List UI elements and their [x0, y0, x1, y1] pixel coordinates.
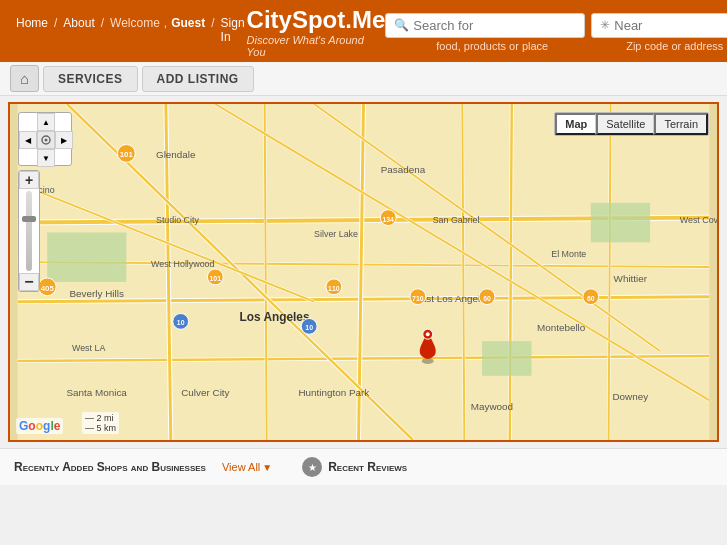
nav-sep2: /: [101, 16, 104, 44]
search-hint-zip: Zip code or address: [597, 40, 727, 52]
nav-home-link[interactable]: Home: [16, 16, 48, 44]
bottom-bar: Recently Added Shops and Businesses View…: [0, 448, 727, 485]
map-container: Los Angeles Glendale Pasadena Beverly Hi…: [8, 102, 719, 442]
google-brand: Google: [16, 418, 63, 434]
header-main: CitySpot.Me Discover What's Around You 🔍…: [247, 6, 727, 58]
svg-text:710: 710: [412, 295, 424, 302]
pan-center-button[interactable]: [37, 131, 55, 149]
svg-text:Culver City: Culver City: [181, 387, 229, 398]
pan-left-button[interactable]: ◀: [19, 131, 37, 149]
map-type-buttons: Map Satellite Terrain: [554, 112, 709, 136]
nav-sep1: /: [54, 16, 57, 44]
view-all-link[interactable]: View All ▼: [222, 461, 272, 473]
search-icon: 🔍: [394, 18, 409, 32]
svg-text:West LA: West LA: [72, 343, 105, 353]
svg-text:Santa Monica: Santa Monica: [66, 387, 127, 398]
svg-point-74: [426, 332, 430, 336]
nav-guest-link[interactable]: Guest: [171, 16, 205, 44]
svg-point-76: [45, 139, 48, 142]
svg-text:Downey: Downey: [612, 391, 648, 402]
svg-text:Los Angeles: Los Angeles: [240, 310, 310, 324]
svg-text:Beverly Hills: Beverly Hills: [70, 288, 124, 299]
zoom-slider-track: [26, 191, 32, 271]
svg-rect-31: [482, 341, 531, 376]
search-container: 🔍 ✳ SEARCH food, products or place Zip c…: [385, 12, 727, 52]
site-title: CitySpot.Me: [247, 6, 386, 34]
map-image: Los Angeles Glendale Pasadena Beverly Hi…: [10, 104, 717, 440]
add-listing-nav-button[interactable]: ADD LISTING: [142, 66, 254, 92]
svg-text:Whittier: Whittier: [614, 273, 648, 284]
svg-text:Huntington Park: Huntington Park: [298, 387, 369, 398]
search-input[interactable]: [413, 18, 563, 33]
svg-text:110: 110: [328, 285, 340, 292]
map-pan-controls: ▲ ◀ ▶ ▼ + −: [18, 112, 72, 292]
view-all-arrow-icon: ▼: [262, 462, 272, 473]
home-icon: ⌂: [20, 70, 29, 87]
map-type-satellite-button[interactable]: Satellite: [596, 113, 654, 135]
near-input[interactable]: [614, 18, 724, 33]
svg-text:West Covina: West Covina: [680, 215, 717, 225]
svg-rect-30: [591, 203, 650, 243]
home-nav-button[interactable]: ⌂: [10, 65, 39, 92]
svg-text:San Gabriel: San Gabriel: [433, 215, 480, 225]
map-type-terrain-button[interactable]: Terrain: [654, 113, 708, 135]
nav-sep4: /: [211, 16, 214, 44]
navbar: ⌂ SERVICES ADD LISTING: [0, 62, 727, 96]
recently-added-title: Recently Added Shops and Businesses: [14, 460, 206, 474]
svg-text:Glendale: Glendale: [156, 149, 196, 160]
nav-welcome: Welcome: [110, 16, 160, 44]
nav-sep3: ,: [164, 16, 167, 44]
view-all-label: View All: [222, 461, 260, 473]
nav-about-link[interactable]: About: [63, 16, 94, 44]
svg-text:Studio City: Studio City: [156, 215, 199, 225]
map-scale: — 2 mi — 5 km: [82, 412, 119, 434]
near-icon: ✳: [600, 18, 610, 32]
svg-text:Pasadena: Pasadena: [381, 164, 426, 175]
zoom-in-button[interactable]: +: [19, 171, 39, 189]
top-nav: Home / About / Welcome , Guest / Sign In: [14, 16, 247, 48]
recent-reviews-title: Recent Reviews: [328, 460, 407, 474]
search-row: 🔍 ✳ SEARCH: [385, 12, 727, 38]
svg-text:101: 101: [120, 150, 134, 159]
zoom-slider-handle[interactable]: [22, 216, 36, 222]
nav-signin-link[interactable]: Sign In: [221, 16, 245, 44]
map-type-map-button[interactable]: Map: [555, 113, 596, 135]
near-box-wrapper: ✳: [591, 13, 727, 38]
svg-text:El Monte: El Monte: [551, 249, 586, 259]
search-hint-food: food, products or place: [387, 40, 597, 52]
reviews-icon: ★: [302, 457, 322, 477]
svg-text:West Hollywood: West Hollywood: [151, 259, 215, 269]
search-box-wrapper: 🔍: [385, 13, 585, 38]
pan-up-button[interactable]: ▲: [37, 113, 55, 131]
svg-text:10: 10: [305, 324, 313, 331]
section-separator: ★ Recent Reviews: [302, 457, 407, 477]
svg-text:Silver Lake: Silver Lake: [314, 229, 358, 239]
site-subtitle: Discover What's Around You: [247, 34, 386, 58]
zoom-out-button[interactable]: −: [19, 273, 39, 291]
pan-down-button[interactable]: ▼: [37, 149, 55, 167]
search-hints: food, products or place Zip code or addr…: [385, 40, 727, 52]
services-nav-button[interactable]: SERVICES: [43, 66, 137, 92]
pan-right-button[interactable]: ▶: [55, 131, 73, 149]
svg-text:60: 60: [587, 295, 595, 302]
svg-text:Maywood: Maywood: [471, 401, 513, 412]
svg-text:134: 134: [382, 216, 394, 223]
svg-text:60: 60: [483, 295, 491, 302]
svg-text:101: 101: [209, 275, 221, 282]
svg-text:10: 10: [177, 319, 185, 326]
svg-text:Montebello: Montebello: [537, 322, 586, 333]
logo: CitySpot.Me Discover What's Around You: [247, 6, 386, 58]
